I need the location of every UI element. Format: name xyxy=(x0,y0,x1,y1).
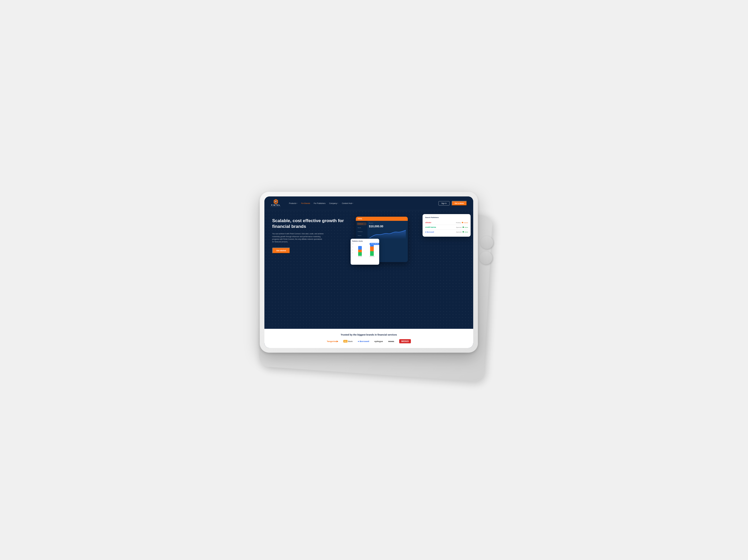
publisher-checks-card: Publisher checks 0 25 50 75 100 xyxy=(351,239,379,265)
karma-status-label: Approved xyxy=(456,226,462,228)
hero-visuals: FINTEL Dashboard Brands Publishers Repor… xyxy=(351,213,473,319)
tablet-screen: FINTEL CONNECT Products ▾ For Brands For… xyxy=(264,196,473,348)
bar-green xyxy=(358,252,362,256)
chevron-down-icon: ▾ xyxy=(297,202,297,204)
borrowell-logo: ● Borrowell xyxy=(425,231,434,233)
search-publishers-title: Search Publishers xyxy=(425,217,468,218)
logo-sub: CONNECT xyxy=(271,206,281,208)
nav-links: Products ▾ For Brands For Publishers Com… xyxy=(289,202,434,204)
bar-orange2 xyxy=(370,246,374,251)
nav-company[interactable]: Company ▾ xyxy=(329,202,338,204)
finder-status-group: Pending Inactive xyxy=(456,222,468,223)
stat-label: Revenue xyxy=(369,222,406,224)
nav-for-brands[interactable]: For Brands xyxy=(301,202,310,204)
karma-status-badge: Active xyxy=(463,226,468,228)
inactive-dot xyxy=(462,222,463,223)
hero-title: Scalable, cost effective growth for fina… xyxy=(272,218,351,229)
website: FINTEL CONNECT Products ▾ For Brands For… xyxy=(264,196,473,348)
brand-logos: Tangerine▶ EQ Bank ● Borrowell epilogue … xyxy=(271,339,467,343)
borrowell-status-badge: Active xyxy=(463,231,468,233)
dashboard-header: FINTEL xyxy=(356,217,408,221)
stat-value: $10,000.00 xyxy=(369,225,406,228)
publisher-row-karma: credit karma Approved Active xyxy=(425,225,468,230)
logo: FINTEL CONNECT xyxy=(271,199,281,208)
nav-content-hub[interactable]: Content Hub ▾ xyxy=(342,202,353,204)
karma-status-group: Approved Active xyxy=(456,226,468,228)
mogo-logo: MOGO xyxy=(399,339,411,343)
sidebar-item-brands[interactable]: Brands xyxy=(357,226,367,229)
trusted-section: Trusted by the biggest brands in financi… xyxy=(264,329,473,348)
review-badge: Review: 20% (10) xyxy=(370,243,379,245)
active-dot-2 xyxy=(463,231,464,233)
nav-products[interactable]: Products ▾ xyxy=(289,202,298,204)
tablet-front: FINTEL CONNECT Products ▾ For Brands For… xyxy=(260,192,478,352)
hero-section: Scalable, cost effective growth for fina… xyxy=(264,210,473,329)
sidebar-item-publishers[interactable]: Publishers xyxy=(357,230,367,233)
trusted-title: Trusted by the biggest brands in financi… xyxy=(271,334,467,336)
chevron-down-icon: ▾ xyxy=(337,202,338,204)
publisher-row-borrowell: ● Borrowell Approved Active xyxy=(425,230,468,234)
tangerine-logo: Tangerine▶ xyxy=(327,340,338,343)
get-started-button[interactable]: Get started xyxy=(272,248,290,253)
demo-button[interactable]: Get a demo xyxy=(452,201,467,206)
moves-logo: moves xyxy=(388,340,394,343)
scene: FINTEL CONNECT Products ▾ For Brands For… xyxy=(257,187,491,373)
chart-svg xyxy=(369,229,406,239)
logo-text: FINTEL xyxy=(271,204,281,206)
sidebar-item-reports[interactable]: Reports xyxy=(357,234,367,237)
publisher-row-finder: ●finder Pending Inactive xyxy=(425,220,468,225)
finder-status-badge: Inactive xyxy=(462,222,468,223)
finder-logo: ●finder xyxy=(425,222,431,223)
borrowell-status-label: Approved xyxy=(456,231,462,233)
search-publishers-card: Search Publishers ●finder Pending Inacti… xyxy=(423,214,471,237)
epilogue-logo: epilogue xyxy=(375,340,383,343)
bar-green2 xyxy=(370,251,374,256)
bar-orange xyxy=(358,250,362,252)
sidebar-item-dashboard[interactable]: Dashboard xyxy=(357,222,367,225)
back-button-1 xyxy=(480,236,493,249)
tablet-back-buttons xyxy=(479,236,494,265)
pub-checks-title: Publisher checks xyxy=(352,240,378,242)
dashboard-logo: FINTEL xyxy=(358,218,363,220)
bar-blue xyxy=(358,246,362,250)
finder-status-label: Pending xyxy=(456,222,461,223)
nav-actions: Sign In Get a demo xyxy=(438,201,467,206)
karma-logo: credit karma xyxy=(425,226,436,228)
signin-button[interactable]: Sign In xyxy=(438,201,449,205)
nav-for-publishers[interactable]: For Publishers xyxy=(314,202,325,204)
back-button-2 xyxy=(479,251,493,265)
navbar: FINTEL CONNECT Products ▾ For Brands For… xyxy=(264,196,473,210)
logo-icon xyxy=(274,199,278,204)
hero-description: You can achieve it with Fintel Connect. … xyxy=(272,233,324,243)
eq-bank-logo: EQ Bank xyxy=(343,340,353,343)
active-dot-1 xyxy=(463,226,464,228)
hero-content: Scalable, cost effective growth for fina… xyxy=(264,210,358,329)
borrowell-status-group: Approved Active xyxy=(456,231,468,233)
mini-chart xyxy=(369,229,406,239)
borrowell-brand-logo: ● Borrowell xyxy=(358,340,369,343)
chevron-down-icon: ▾ xyxy=(352,202,353,204)
